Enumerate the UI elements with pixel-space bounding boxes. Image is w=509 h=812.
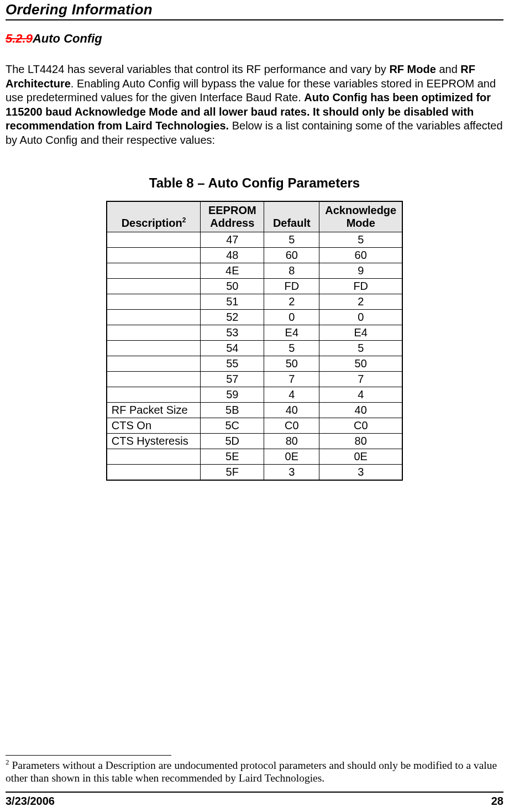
cell-address: 5C [201,418,264,433]
page-footer-wrap: 2 Parameters without a Description are u… [6,754,503,808]
cell-default: 7 [264,371,319,387]
cell-default: C0 [264,418,319,433]
cell-default: 3 [264,464,319,480]
cell-address: 55 [201,356,264,371]
table-row: 5777 [107,371,402,387]
table-row: 5455 [107,340,402,356]
cell-description: RF Packet Size [107,402,201,418]
cell-address: 5E [201,449,264,464]
cell-address: 51 [201,294,264,309]
cell-default: 8 [264,263,319,278]
cell-address: 57 [201,371,264,387]
cell-address: 5D [201,433,264,449]
cell-acknowledge: C0 [319,418,402,433]
cell-acknowledge: FD [319,278,402,294]
para-bold-1: RF Mode [389,63,435,75]
section-number: 5.2.9 [6,32,33,45]
cell-acknowledge: 50 [319,356,402,371]
cell-default: 2 [264,294,319,309]
cell-description [107,278,201,294]
cell-description: CTS On [107,418,201,433]
table-body: 47554860604E8950FDFD5122520053E4E4545555… [107,232,402,480]
table-row: 5F33 [107,464,402,480]
th-address: EEPROM Address [201,201,264,232]
cell-description [107,247,201,263]
cell-description [107,449,201,464]
cell-description [107,340,201,356]
th-acknowledge: Acknowledge Mode [319,201,402,232]
table-title: Table 8 – Auto Config Parameters [6,175,503,191]
body-paragraph: The LT4424 has several variables that co… [6,63,503,148]
table-row: 555050 [107,356,402,371]
cell-acknowledge: 5 [319,340,402,356]
cell-default: 5 [264,232,319,247]
cell-default: 5 [264,340,319,356]
table-row: RF Packet Size5B4040 [107,402,402,418]
footer-line: 3/23/2006 28 [6,792,503,808]
cell-acknowledge: 40 [319,402,402,418]
cell-default: 0E [264,449,319,464]
cell-description [107,371,201,387]
parameters-table: Description2 EEPROM Address Default Ackn… [106,201,403,481]
table-row: CTS Hysteresis5D8080 [107,433,402,449]
cell-default: FD [264,278,319,294]
table-row: 5E0E0E [107,449,402,464]
cell-address: 52 [201,309,264,325]
cell-address: 5B [201,402,264,418]
section-name: Auto Config [33,32,102,45]
cell-address: 59 [201,387,264,402]
cell-default: 40 [264,402,319,418]
table-header-row: Description2 EEPROM Address Default Ackn… [107,201,402,232]
table-row: 5122 [107,294,402,309]
cell-default: 60 [264,247,319,263]
table-row: 50FDFD [107,278,402,294]
footnote: 2 Parameters without a Description are u… [6,758,503,785]
th-description-sup: 2 [182,216,186,224]
cell-address: 47 [201,232,264,247]
cell-description [107,464,201,480]
cell-acknowledge: 0E [319,449,402,464]
table-row: 5944 [107,387,402,402]
cell-acknowledge: 7 [319,371,402,387]
section-heading: 5.2.9Auto Config [6,32,503,46]
cell-default: 80 [264,433,319,449]
cell-default: 0 [264,309,319,325]
cell-acknowledge: 5 [319,232,402,247]
cell-default: 4 [264,387,319,402]
table-row: 4755 [107,232,402,247]
th-default: Default [264,201,319,232]
cell-description [107,263,201,278]
cell-acknowledge: 0 [319,309,402,325]
cell-acknowledge: 2 [319,294,402,309]
cell-description: CTS Hysteresis [107,433,201,449]
cell-acknowledge: 60 [319,247,402,263]
cell-address: 5F [201,464,264,480]
cell-address: 50 [201,278,264,294]
footnote-text: Parameters without a Description are und… [6,759,497,784]
cell-acknowledge: 4 [319,387,402,402]
cell-address: 4E [201,263,264,278]
cell-address: 48 [201,247,264,263]
cell-acknowledge: 3 [319,464,402,480]
cell-address: 54 [201,340,264,356]
table-row: 5200 [107,309,402,325]
footer-page: 28 [491,795,503,808]
para-text-1: The LT4424 has several variables that co… [6,63,389,75]
para-text-2: and [436,63,460,75]
footer-date: 3/23/2006 [6,795,55,808]
table-row: 4E89 [107,263,402,278]
cell-acknowledge: E4 [319,325,402,340]
cell-description [107,232,201,247]
th-description-label: Description [122,217,182,229]
cell-address: 53 [201,325,264,340]
page-header: Ordering Information [6,1,503,20]
cell-default: E4 [264,325,319,340]
table-row: CTS On5CC0C0 [107,418,402,433]
cell-description [107,387,201,402]
cell-description [107,309,201,325]
table-row: 53E4E4 [107,325,402,340]
cell-default: 50 [264,356,319,371]
cell-acknowledge: 9 [319,263,402,278]
footnote-separator [6,755,171,756]
th-description: Description2 [107,201,201,232]
